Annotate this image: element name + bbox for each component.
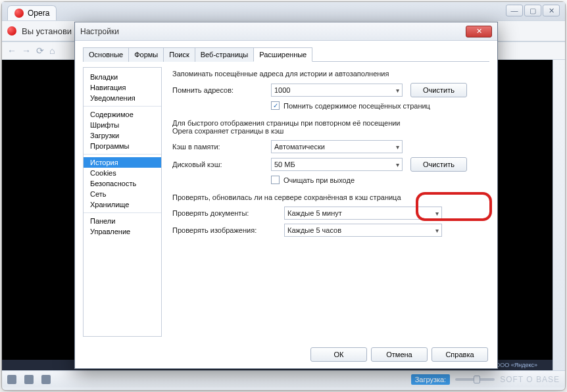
mem-cache-select[interactable]: Автоматически (271, 140, 403, 153)
cat-network[interactable]: Сеть (84, 189, 161, 199)
cat-security[interactable]: Безопасность (84, 178, 161, 189)
clear-on-exit-checkbox[interactable] (271, 176, 280, 184)
disk-cache-label: Дисковый кэш: (172, 160, 271, 168)
opera-icon (14, 9, 24, 18)
tab-label: Opera (28, 9, 49, 18)
cat-storage[interactable]: Хранилище (84, 199, 161, 210)
dialog-close-button[interactable]: ✕ (466, 26, 492, 37)
help-button[interactable]: Справка (431, 347, 488, 362)
cat-fonts[interactable]: Шрифты (84, 120, 161, 130)
tab-forms[interactable]: Формы (128, 47, 164, 62)
opera-icon (7, 26, 16, 36)
home-button[interactable]: ⌂ (49, 45, 55, 56)
tab-basic[interactable]: Основные (83, 47, 129, 62)
reload-button[interactable]: ⟳ (36, 45, 44, 56)
check-docs-label: Проверять документы: (172, 209, 284, 217)
cat-management[interactable]: Управление (84, 226, 161, 237)
clear-on-exit-label: Очищать при выходе (284, 176, 355, 184)
ok-button[interactable]: ОК (310, 347, 367, 362)
remember-label: Помнить адресов: (172, 86, 271, 94)
remember-content-label: Помнить содержимое посещённых страниц (284, 102, 430, 110)
remember-count-select[interactable]: 1000 (271, 84, 403, 97)
watermark-text: SOFT O BASE (500, 375, 560, 384)
status-bar: Загрузка: SOFT O BASE (2, 370, 565, 387)
browser-tab[interactable]: Opera (7, 5, 57, 20)
dialog-footer: ОК Отмена Справка (310, 347, 488, 362)
settings-tabs: Основные Формы Поиск Веб-страницы Расшир… (83, 47, 489, 62)
category-list: Вкладки Навигация Уведомления Содержимое… (83, 67, 162, 337)
cancel-button[interactable]: Отмена (371, 347, 428, 362)
cat-programs[interactable]: Программы (84, 141, 161, 151)
close-window-button[interactable]: ✕ (543, 5, 560, 16)
back-button[interactable]: ← (7, 45, 16, 56)
tab-advanced[interactable]: Расширенные (253, 47, 312, 62)
dialog-titlebar: Настройки ✕ (75, 22, 497, 41)
cat-downloads[interactable]: Загрузки (84, 130, 161, 141)
cat-cookies[interactable]: Cookies (84, 168, 161, 178)
status-icon-camera[interactable] (41, 375, 51, 384)
cache-heading-2: Opera сохраняет страницы в кэш (172, 127, 487, 135)
tab-search[interactable]: Поиск (163, 47, 195, 62)
check-images-label: Проверять изображения: (172, 226, 284, 234)
status-icon-cloud[interactable] (24, 375, 34, 384)
disk-cache-select[interactable]: 50 МБ (271, 158, 403, 171)
browser-window: — ▢ ✕ Opera Вы установи ← → ⟳ ⌂ Обратная… (1, 1, 566, 391)
cat-tabs[interactable]: Вкладки (84, 72, 161, 82)
status-icon-heart[interactable] (7, 375, 16, 384)
cache-heading-1: Для быстрого отображения страницы при по… (172, 119, 487, 127)
check-docs-select[interactable]: Каждые 5 минут (284, 207, 442, 220)
settings-dialog: Настройки ✕ Основные Формы Поиск Веб-стр… (74, 22, 498, 369)
dialog-title: Настройки (80, 27, 119, 36)
zoom-slider[interactable] (455, 378, 495, 381)
check-heading: Проверять, обновилась ли на сервере сохр… (172, 193, 487, 201)
cat-history[interactable]: История (84, 157, 161, 168)
remember-heading: Запоминать посещённые адреса для истории… (172, 70, 487, 78)
forward-button[interactable]: → (22, 45, 31, 56)
page-title-truncated: Вы установи (22, 26, 72, 36)
maximize-button[interactable]: ▢ (524, 5, 541, 16)
settings-panel: Запоминать посещённые адреса для истории… (162, 67, 489, 337)
cat-content[interactable]: Содержимое (84, 109, 161, 120)
cat-notifications[interactable]: Уведомления (84, 93, 161, 103)
remember-content-checkbox[interactable] (271, 101, 280, 110)
window-controls: — ▢ ✕ (506, 5, 560, 16)
cat-navigation[interactable]: Навигация (84, 82, 161, 93)
cat-panels[interactable]: Панели (84, 216, 161, 226)
clear-history-button[interactable]: Очистить (410, 83, 467, 97)
minimize-button[interactable]: — (506, 5, 523, 16)
mem-cache-label: Кэш в памяти: (172, 143, 271, 151)
loading-indicator: Загрузка: (411, 374, 451, 385)
tab-strip: Opera (2, 2, 565, 20)
tab-webpages[interactable]: Веб-страницы (195, 47, 255, 62)
clear-cache-button[interactable]: Очистить (410, 157, 467, 172)
check-images-select[interactable]: Каждые 5 часов (284, 224, 442, 237)
